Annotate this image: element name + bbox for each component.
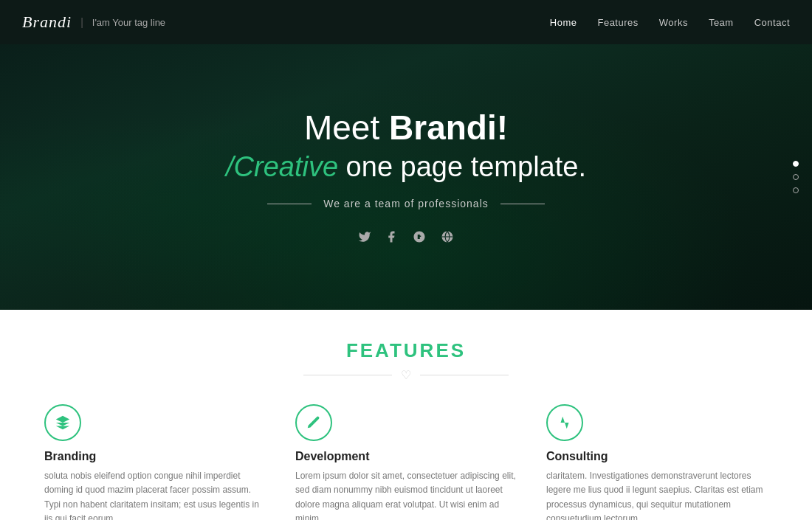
consulting-desc: claritatem. Investigationes demonstraver…: [546, 469, 768, 520]
social-googleplus[interactable]: [411, 230, 427, 246]
brand-logo[interactable]: Brandi: [22, 13, 72, 32]
feature-consulting: Consulting claritatem. Investigationes d…: [546, 404, 768, 520]
hero-title: Meet Brandi!: [304, 108, 508, 148]
features-grid: Branding soluta nobis eleifend option co…: [44, 404, 768, 520]
features-line-right: [420, 375, 509, 375]
development-icon: [306, 415, 322, 431]
hero-subtitle-rest: one page template.: [338, 151, 586, 182]
hero-subtitle: /Creative one page template.: [226, 151, 586, 183]
nav-item-home[interactable]: Home: [550, 15, 577, 29]
social-facebook[interactable]: [385, 230, 398, 246]
divider-line-left: [267, 204, 312, 204]
branding-title: Branding: [44, 450, 266, 463]
branding-icon-circle: [44, 404, 81, 441]
social-globe[interactable]: [441, 230, 454, 246]
hero-social: [358, 230, 454, 246]
features-header: FEATURES: [44, 339, 768, 362]
development-desc: Lorem ipsum dolor sit amet, consectetuer…: [295, 469, 517, 520]
hero-section: Meet Brandi! /Creative one page template…: [0, 44, 812, 310]
hero-title-bold: Brandi!: [389, 108, 508, 147]
hero-title-normal: Meet: [304, 108, 389, 147]
hero-divider: We are a team of professionals: [267, 198, 545, 209]
navbar: Brandi | I'am Your tag line Home Feature…: [0, 0, 812, 44]
consulting-title: Consulting: [546, 450, 768, 463]
nav-item-team[interactable]: Team: [709, 15, 734, 29]
nav-link-features[interactable]: Features: [597, 17, 638, 28]
features-divider: ♡: [44, 368, 768, 382]
features-section: FEATURES ♡ Branding soluta nobis eleifen…: [0, 310, 812, 520]
nav-link-home[interactable]: Home: [550, 17, 577, 28]
development-icon-circle: [295, 404, 332, 441]
hero-tagline: We are a team of professionals: [323, 198, 489, 209]
nav-item-contact[interactable]: Contact: [754, 15, 790, 29]
consulting-icon-circle: [546, 404, 583, 441]
scroll-dot-3[interactable]: [793, 187, 799, 193]
nav-tagline: I'am Your tag line: [92, 17, 165, 28]
nav-item-features[interactable]: Features: [597, 15, 638, 29]
social-twitter[interactable]: [358, 230, 371, 246]
scroll-dots: [793, 161, 799, 193]
features-line-left: [303, 375, 392, 375]
heart-icon: ♡: [401, 368, 411, 382]
nav-link-contact[interactable]: Contact: [754, 17, 790, 28]
scroll-dot-2[interactable]: [793, 174, 799, 180]
feature-development: Development Lorem ipsum dolor sit amet, …: [295, 404, 517, 520]
feature-branding: Branding soluta nobis eleifend option co…: [44, 404, 266, 520]
branding-desc: soluta nobis eleifend option congue nihi…: [44, 469, 266, 520]
consulting-icon: [557, 415, 573, 431]
divider-line-right: [500, 204, 545, 204]
hero-subtitle-creative: /Creative: [226, 151, 338, 182]
branding-icon: [55, 415, 71, 431]
nav-separator: |: [80, 16, 83, 28]
nav-menu: Home Features Works Team Contact: [550, 15, 790, 29]
nav-link-team[interactable]: Team: [709, 17, 734, 28]
nav-link-works[interactable]: Works: [659, 17, 688, 28]
development-title: Development: [295, 450, 517, 463]
scroll-dot-1[interactable]: [793, 161, 799, 167]
features-title: FEATURES: [44, 339, 768, 362]
nav-item-works[interactable]: Works: [659, 15, 688, 29]
